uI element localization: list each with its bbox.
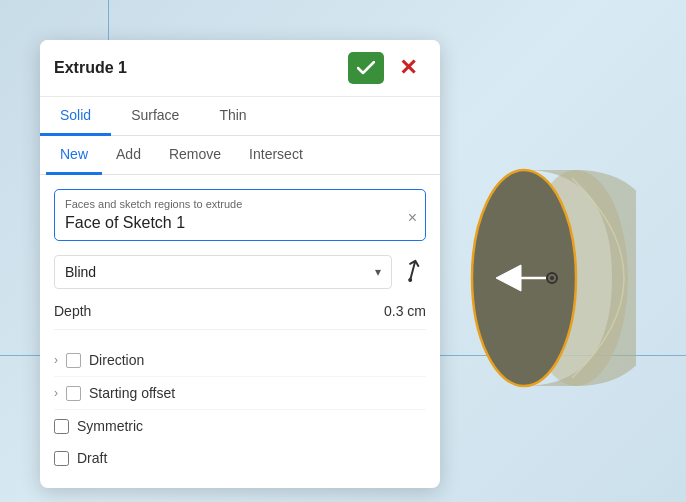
depth-row: Depth 0.3 cm <box>54 303 426 330</box>
tab-surface[interactable]: Surface <box>111 97 199 136</box>
starting-offset-label: Starting offset <box>89 385 175 401</box>
direction-chevron-icon: › <box>54 353 58 367</box>
starting-offset-collapsible[interactable]: › Starting offset <box>54 377 426 410</box>
panel-title: Extrude 1 <box>54 59 127 77</box>
dropdown-row: Blind ▾ <box>54 255 426 289</box>
face-select-value: Face of Sketch 1 <box>65 214 415 232</box>
draft-row: Draft <box>54 442 426 474</box>
symmetric-label: Symmetric <box>77 418 143 434</box>
direction-collapsible[interactable]: › Direction <box>54 344 426 377</box>
draft-label: Draft <box>77 450 107 466</box>
depth-value[interactable]: 0.3 cm <box>384 303 426 319</box>
flip-button[interactable] <box>396 253 431 290</box>
symmetric-row: Symmetric <box>54 410 426 442</box>
face-select-area[interactable]: Faces and sketch regions to extrude Face… <box>54 189 426 241</box>
3d-shape <box>436 160 636 400</box>
blind-dropdown[interactable]: Blind ▾ <box>54 255 392 289</box>
draft-checkbox[interactable] <box>54 451 69 466</box>
panel-body: Faces and sketch regions to extrude Face… <box>40 175 440 488</box>
tabs-row-2: New Add Remove Intersect <box>40 136 440 175</box>
tab-add[interactable]: Add <box>102 136 155 175</box>
extrude-panel: Extrude 1 ✕ Solid Surface Thin New Add R… <box>40 40 440 488</box>
starting-offset-chevron-icon: › <box>54 386 58 400</box>
cancel-button[interactable]: ✕ <box>390 52 426 84</box>
starting-offset-checkbox[interactable] <box>66 386 81 401</box>
tab-remove[interactable]: Remove <box>155 136 235 175</box>
face-select-label: Faces and sketch regions to extrude <box>65 198 415 210</box>
dropdown-arrow-icon: ▾ <box>375 265 381 279</box>
tab-intersect[interactable]: Intersect <box>235 136 317 175</box>
header-actions: ✕ <box>348 52 426 84</box>
tabs-row-1: Solid Surface Thin <box>40 97 440 136</box>
face-clear-button[interactable]: × <box>408 210 417 226</box>
symmetric-checkbox[interactable] <box>54 419 69 434</box>
direction-label: Direction <box>89 352 144 368</box>
tab-new[interactable]: New <box>46 136 102 175</box>
direction-checkbox[interactable] <box>66 353 81 368</box>
tab-solid[interactable]: Solid <box>40 97 111 136</box>
dropdown-value: Blind <box>65 264 96 280</box>
depth-label: Depth <box>54 303 91 319</box>
panel-header: Extrude 1 ✕ <box>40 40 440 97</box>
tab-thin[interactable]: Thin <box>199 97 266 136</box>
confirm-button[interactable] <box>348 52 384 84</box>
svg-point-6 <box>550 276 554 280</box>
